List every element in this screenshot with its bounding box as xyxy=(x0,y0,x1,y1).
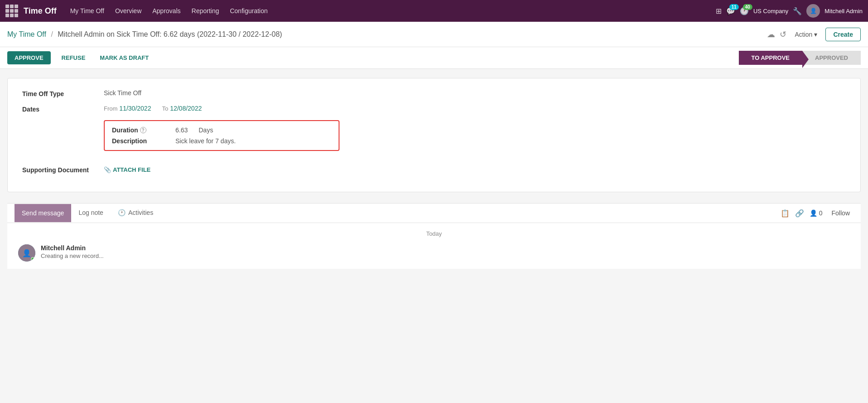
log-note-tab[interactable]: Log note xyxy=(71,204,111,223)
paperclip-icon: 📎 xyxy=(104,166,111,173)
nav-approvals[interactable]: Approvals xyxy=(148,5,185,16)
dates-value: From 11/30/2022 To 12/08/2022 xyxy=(104,105,202,112)
username[interactable]: Mitchell Admin xyxy=(824,8,863,15)
chat-text: Creating a new record... xyxy=(41,252,850,259)
duration-row: Duration ? 6.63 Days xyxy=(112,126,331,134)
subheader-actions: ☁ ↺ Action ▾ Create xyxy=(767,28,861,41)
duration-label: Duration ? xyxy=(112,126,175,134)
status-pipeline: TO APPROVE APPROVED xyxy=(739,51,861,65)
main-content: Time Off Type Sick Time Off Dates From 1… xyxy=(0,69,868,278)
form-card: Time Off Type Sick Time Off Dates From 1… xyxy=(7,78,861,192)
nav-reporting[interactable]: Reporting xyxy=(187,5,224,16)
dates-label: Dates xyxy=(22,105,104,113)
duration-help-icon[interactable]: ? xyxy=(140,127,146,133)
description-label: Description xyxy=(112,137,175,145)
approve-button[interactable]: APPROVE xyxy=(7,51,51,64)
message-avatar: 👤 xyxy=(18,244,35,262)
upload-icon[interactable]: ☁ xyxy=(767,29,775,39)
chat-date-label: Today xyxy=(18,230,850,237)
breadcrumb-separator: / xyxy=(51,30,55,38)
note-icon[interactable]: 📋 xyxy=(781,209,790,218)
settings-icon[interactable]: 🔧 xyxy=(793,7,802,15)
highlight-box: Duration ? 6.63 Days Description Sick le… xyxy=(104,120,339,151)
send-message-tab[interactable]: Send message xyxy=(15,204,71,222)
breadcrumb: My Time Off / Mitchell Admin on Sick Tim… xyxy=(7,30,763,39)
follow-button[interactable]: Follow xyxy=(828,208,853,218)
action-label: Action xyxy=(795,31,812,38)
follower-count: 👤 0 xyxy=(810,209,823,217)
date-from: From 11/30/2022 xyxy=(104,105,151,112)
chat-body: Today 👤 Mitchell Admin Creating a new re… xyxy=(7,223,861,269)
activities-tab[interactable]: 🕐 Activities xyxy=(111,204,160,223)
duration-value: 6.63 xyxy=(175,126,188,134)
person-icon: 👤 xyxy=(810,209,817,217)
chat-meta: Mitchell Admin Creating a new record... xyxy=(41,244,850,259)
message-section: Send message Log note 🕐 Activities 📋 🔗 👤… xyxy=(7,203,861,269)
app-grid-icon[interactable] xyxy=(5,5,18,17)
action-dropdown-button[interactable]: Action ▾ xyxy=(791,29,821,40)
status-to-approve: TO APPROVE xyxy=(739,51,803,65)
mark-as-draft-button[interactable]: MARK AS DRAFT xyxy=(96,53,152,63)
clock-small-icon: 🕐 xyxy=(118,209,126,216)
chat-author: Mitchell Admin xyxy=(41,244,850,252)
supporting-document-label: Supporting Document xyxy=(22,165,104,174)
duration-unit: Days xyxy=(199,126,213,134)
date-to: To 12/08/2022 xyxy=(162,105,202,112)
date-to-label: To xyxy=(162,105,168,112)
nav-menu: My Time Off Overview Approvals Reporting… xyxy=(66,5,714,16)
supporting-document-row: Supporting Document 📎 ATTACH FILE xyxy=(22,165,846,174)
activities-notifications[interactable]: 🕐 40 xyxy=(740,7,749,15)
time-off-type-row: Time Off Type Sick Time Off xyxy=(22,89,846,97)
navbar: Time Off My Time Off Overview Approvals … xyxy=(0,0,868,22)
message-tabs: Send message Log note 🕐 Activities 📋 🔗 👤… xyxy=(7,204,861,223)
chat-notifications[interactable]: 💬 11 xyxy=(726,7,735,15)
activities-badge: 40 xyxy=(743,4,752,10)
action-bar: APPROVE REFUSE MARK AS DRAFT TO APPROVE … xyxy=(0,47,868,69)
nav-overview[interactable]: Overview xyxy=(111,5,146,16)
dates-row: Dates From 11/30/2022 To 12/08/2022 xyxy=(22,105,846,113)
date-from-value: 11/30/2022 xyxy=(119,105,151,112)
chat-badge: 11 xyxy=(729,4,739,10)
refresh-icon[interactable]: ↺ xyxy=(780,29,786,39)
chevron-down-icon: ▾ xyxy=(814,31,817,38)
time-off-type-value: Sick Time Off xyxy=(104,89,141,97)
description-row: Description Sick leave for 7 days. xyxy=(112,137,331,145)
date-to-value: 12/08/2022 xyxy=(170,105,202,112)
status-approved: APPROVED xyxy=(802,51,861,65)
subheader: My Time Off / Mitchell Admin on Sick Tim… xyxy=(0,22,868,47)
nav-my-time-off[interactable]: My Time Off xyxy=(66,5,109,16)
company-name[interactable]: US Company xyxy=(753,8,788,15)
chat-message: 👤 Mitchell Admin Creating a new record..… xyxy=(18,244,850,262)
breadcrumb-current: Mitchell Admin on Sick Time Off: 6.62 da… xyxy=(58,30,282,38)
description-value: Sick leave for 7 days. xyxy=(175,137,236,145)
nav-configuration[interactable]: Configuration xyxy=(225,5,272,16)
date-from-label: From xyxy=(104,105,117,112)
time-off-type-label: Time Off Type xyxy=(22,89,104,97)
attach-file-button[interactable]: 📎 ATTACH FILE xyxy=(104,166,150,173)
app-brand[interactable]: Time Off xyxy=(24,6,57,16)
create-button[interactable]: Create xyxy=(825,28,861,41)
avatar[interactable]: 👤 xyxy=(806,4,820,18)
online-status-dot xyxy=(31,257,35,261)
navbar-right: ⊞ 💬 11 🕐 40 US Company 🔧 👤 Mitchell Admi… xyxy=(716,4,863,18)
refuse-button[interactable]: REFUSE xyxy=(58,53,89,63)
attachment-icon[interactable]: 🔗 xyxy=(795,209,804,218)
grid-apps-icon[interactable]: ⊞ xyxy=(716,7,722,15)
breadcrumb-parent[interactable]: My Time Off xyxy=(7,30,46,38)
message-actions: 📋 🔗 👤 0 Follow xyxy=(781,208,853,218)
